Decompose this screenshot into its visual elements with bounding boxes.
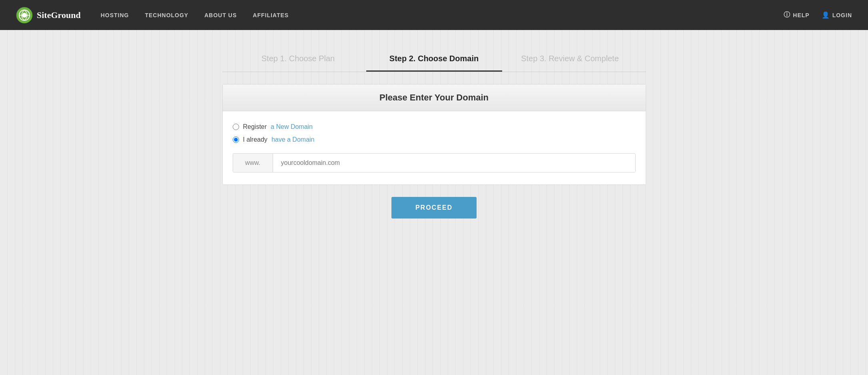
step-2: Step 2. Choose Domain — [366, 46, 502, 72]
help-link[interactable]: ⓘ HELP — [784, 11, 809, 19]
main-content: Step 1. Choose Plan Step 2. Choose Domai… — [214, 30, 654, 235]
register-prefix: Register — [243, 123, 267, 130]
logo: SiteGround — [16, 7, 81, 24]
help-icon: ⓘ — [784, 11, 790, 19]
www-prefix-label: www. — [233, 154, 273, 172]
nav-item-technology[interactable]: TECHNOLOGY — [145, 12, 188, 19]
have-domain-link[interactable]: have a Domain — [271, 136, 315, 143]
navbar-right: ⓘ HELP 👤 LOGIN — [784, 11, 852, 19]
domain-card-body: Register a New Domain I already have a D… — [223, 111, 646, 184]
logo-text: SiteGround — [37, 10, 81, 20]
steps-container: Step 1. Choose Plan Step 2. Choose Domai… — [222, 46, 646, 72]
existing-option[interactable]: I already have a Domain — [233, 136, 636, 143]
login-label: LOGIN — [832, 12, 852, 18]
domain-card-title: Please Enter Your Domain — [379, 92, 489, 102]
have-prefix: I already — [243, 136, 267, 143]
logo-icon — [16, 7, 33, 24]
step-3-label: Step 3. Review & Complete — [521, 54, 619, 63]
domain-card: Please Enter Your Domain Register a New … — [222, 84, 646, 185]
navbar-left: SiteGround HOSTING TECHNOLOGY ABOUT US A… — [16, 7, 289, 24]
nav-item-about[interactable]: ABOUT US — [204, 12, 237, 19]
nav-item-hosting[interactable]: HOSTING — [101, 12, 129, 19]
register-option[interactable]: Register a New Domain — [233, 123, 636, 130]
domain-input[interactable] — [273, 154, 635, 172]
proceed-container: PROCEED — [222, 197, 646, 219]
existing-radio[interactable] — [233, 136, 239, 143]
new-domain-link[interactable]: a New Domain — [271, 123, 313, 130]
nav-link-technology[interactable]: TECHNOLOGY — [145, 12, 188, 18]
register-radio[interactable] — [233, 124, 239, 130]
proceed-button[interactable]: PROCEED — [391, 197, 477, 219]
nav-links: HOSTING TECHNOLOGY ABOUT US AFFILIATES — [101, 12, 289, 19]
nav-link-hosting[interactable]: HOSTING — [101, 12, 129, 18]
login-link[interactable]: 👤 LOGIN — [822, 11, 852, 19]
domain-card-header: Please Enter Your Domain — [223, 84, 646, 111]
navbar: SiteGround HOSTING TECHNOLOGY ABOUT US A… — [0, 0, 868, 30]
step-1-label: Step 1. Choose Plan — [261, 54, 335, 63]
nav-item-affiliates[interactable]: AFFILIATES — [253, 12, 289, 19]
radio-group: Register a New Domain I already have a D… — [233, 123, 636, 143]
step-1: Step 1. Choose Plan — [230, 46, 366, 72]
step-2-label: Step 2. Choose Domain — [389, 54, 479, 63]
help-label: HELP — [793, 12, 809, 18]
step-3: Step 3. Review & Complete — [502, 46, 638, 72]
page-background: Step 1. Choose Plan Step 2. Choose Domai… — [0, 30, 868, 375]
user-icon: 👤 — [822, 11, 830, 19]
nav-link-about[interactable]: ABOUT US — [204, 12, 237, 18]
domain-input-row: www. — [233, 153, 636, 172]
nav-link-affiliates[interactable]: AFFILIATES — [253, 12, 289, 18]
